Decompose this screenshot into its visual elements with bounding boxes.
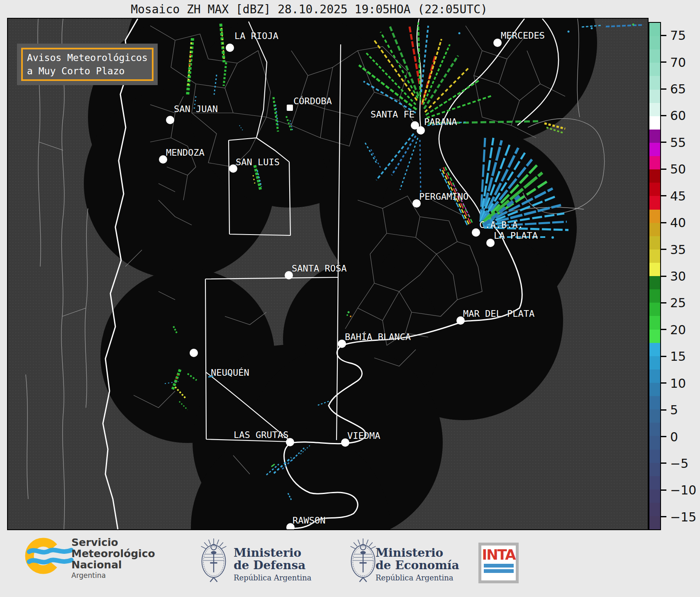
economia-title-1: Ministerio	[376, 547, 459, 559]
smn-line2: Meteorológico	[71, 548, 155, 559]
colorbar-tick-label: 5	[670, 403, 678, 417]
colorbar-tick	[661, 382, 666, 384]
colorbar-tick-label: 55	[670, 135, 686, 149]
colorbar-tick	[661, 462, 666, 464]
colorbar-tick	[661, 329, 666, 330]
page-title: Mosaico ZH MAX [dBZ] 28.10.2025 19:05HOA…	[0, 2, 618, 16]
colorbar-tick-label: 50	[670, 162, 686, 176]
colorbar-segment	[649, 169, 660, 183]
colorbar-segment	[649, 183, 660, 196]
warning-line-2: a Muy Corto Plazo	[27, 64, 148, 78]
smn-line4: Argentina	[71, 571, 155, 580]
colorbar-segment	[649, 343, 660, 356]
colorbar-tick	[661, 409, 666, 411]
colorbar-tick-label: 70	[670, 55, 686, 69]
inta-label: INTA	[482, 546, 515, 563]
colorbar-tick	[661, 222, 666, 223]
colorbar-segment	[649, 143, 660, 156]
colorbar-tick	[661, 489, 666, 491]
smn-line3: Nacional	[71, 559, 155, 570]
defensa-coat-of-arms-icon	[201, 538, 227, 582]
inta-bar	[484, 569, 514, 573]
colorbar-segment	[649, 369, 660, 383]
colorbar-ticks: 757065605550454035302520151050−5−10−15	[661, 22, 700, 530]
colorbar-segment	[649, 196, 660, 209]
colorbar-segment	[649, 236, 660, 250]
colorbar-tick-label: 75	[670, 28, 686, 43]
colorbar-tick	[661, 115, 666, 116]
colorbar-tick	[661, 169, 666, 170]
colorbar-segment	[649, 263, 660, 276]
colorbar-tick	[661, 249, 666, 250]
colorbar-segment	[649, 396, 660, 409]
smn-line1: Servicio	[71, 537, 155, 548]
colorbar-tick-label: 25	[670, 296, 686, 310]
smn-logo-text: Servicio Meteorológico Nacional Argentin…	[71, 537, 155, 580]
colorbar-segment	[649, 36, 660, 49]
colorbar-tick-label: −10	[670, 483, 696, 497]
colorbar-tick-label: −5	[670, 456, 688, 470]
colorbar-segment	[649, 250, 660, 263]
colorbar-segment	[649, 223, 660, 236]
inta-logo: INTA	[478, 543, 519, 583]
ministerio-defensa-block: Ministerio de Defensa República Argentin…	[234, 547, 312, 582]
colorbar-segment	[649, 49, 660, 63]
colorbar-tick	[661, 35, 666, 36]
colorbar-segment	[649, 90, 660, 103]
colorbar-segment	[649, 63, 660, 76]
colorbar-tick	[661, 356, 666, 357]
reflectivity-colorbar	[649, 22, 661, 530]
warning-box: Avisos Meteorológicos a Muy Corto Plazo	[21, 48, 154, 81]
colorbar-tick	[661, 142, 666, 143]
colorbar-tick-label: 10	[670, 376, 686, 390]
colorbar-segment	[649, 476, 660, 489]
colorbar-tick-label: 30	[670, 269, 686, 284]
defensa-title-1: Ministerio	[234, 547, 312, 559]
defensa-title-2: de Defensa	[234, 559, 312, 572]
colorbar-segment	[649, 356, 660, 369]
footer: Servicio Meteorológico Nacional Argentin…	[0, 530, 700, 597]
colorbar-segment	[649, 103, 660, 116]
colorbar-tick-label: 35	[670, 242, 686, 257]
colorbar-tick	[661, 302, 666, 303]
economia-subtitle: República Argentina	[376, 573, 459, 582]
colorbar-tick-label: 15	[670, 349, 686, 364]
economia-coat-of-arms-icon	[351, 538, 376, 582]
colorbar-tick	[661, 276, 666, 277]
colorbar-tick	[661, 436, 666, 437]
colorbar-segment	[649, 23, 660, 36]
colorbar-tick-label: 40	[670, 215, 686, 230]
radar-map: MERCEDESLA RIOJASAN JUANCÓRDOBASANTA FEP…	[7, 18, 649, 530]
colorbar-segment	[649, 316, 660, 329]
colorbar-segment	[649, 289, 660, 303]
colorbar-segment	[649, 156, 660, 169]
colorbar-segment	[649, 436, 660, 449]
defensa-subtitle: República Argentina	[234, 573, 312, 582]
economia-title-2: de Economía	[376, 559, 459, 572]
colorbar-segment	[649, 409, 660, 423]
inta-bar	[484, 564, 514, 568]
colorbar-segment	[649, 130, 660, 143]
colorbar-tick-label: 0	[670, 429, 678, 444]
colorbar-segment	[649, 116, 660, 130]
colorbar-segment	[649, 383, 660, 396]
colorbar-segment	[649, 276, 660, 289]
colorbar-tick-label: 20	[670, 322, 686, 337]
colorbar-segment	[649, 423, 660, 436]
colorbar-tick-label: −15	[670, 509, 696, 524]
ministerio-economia-block: Ministerio de Economía República Argenti…	[376, 547, 459, 582]
colorbar-tick-label: 65	[670, 82, 686, 96]
colorbar-segment	[649, 76, 660, 89]
colorbar-segment	[649, 210, 660, 223]
colorbar-segment	[649, 330, 660, 343]
colorbar-segment	[649, 516, 660, 529]
colorbar-tick-label: 45	[670, 188, 686, 203]
colorbar-tick-label: 60	[670, 108, 686, 123]
smn-logo	[29, 542, 71, 570]
colorbar-segment	[649, 503, 660, 516]
smn-wave-icon	[29, 550, 71, 552]
map-graphics	[8, 19, 648, 529]
colorbar-segment	[649, 489, 660, 503]
radar-product-page: Mosaico ZH MAX [dBZ] 28.10.2025 19:05HOA…	[0, 0, 700, 597]
warning-line-1: Avisos Meteorológicos	[27, 51, 148, 64]
